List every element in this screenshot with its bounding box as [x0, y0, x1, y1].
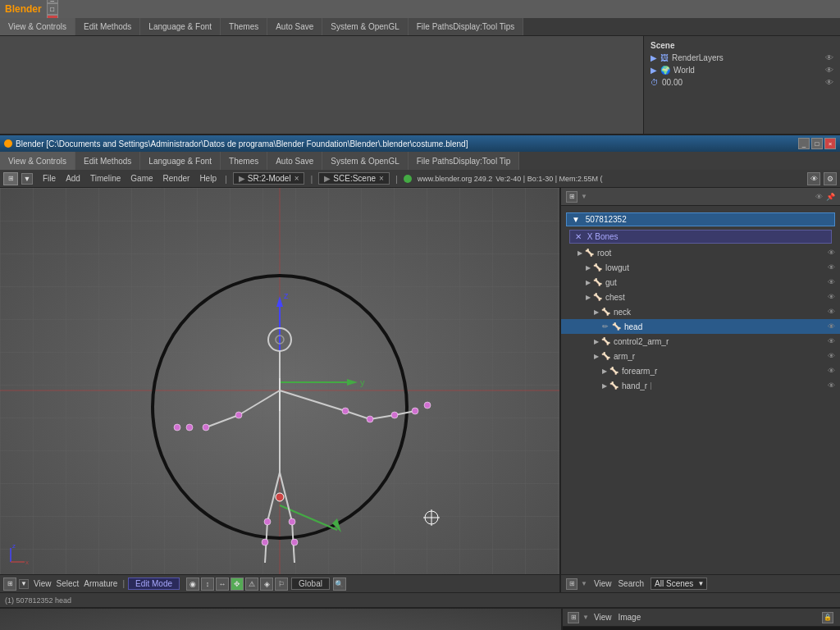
file-menu[interactable]: File [38, 172, 61, 185]
tab-view-controls-main[interactable]: View & Controls [0, 152, 75, 170]
eye-hand-r[interactable]: 👁 [828, 381, 835, 390]
eye-arm-r[interactable]: 👁 [828, 352, 835, 360]
view-label[interactable]: View [34, 579, 52, 588]
tool-icon-6[interactable]: ◈ [260, 578, 273, 591]
bone-root[interactable]: ▶🦴 root 👁 [561, 245, 840, 260]
lower-view-btn[interactable]: View [594, 613, 612, 622]
maximize-btn-main[interactable]: □ [811, 138, 823, 149]
outliner-bottom-arrow[interactable]: ▼ [581, 580, 587, 587]
outliner-mode-arrow[interactable]: ▼ [581, 193, 587, 200]
cursor-icon[interactable]: ✥ [231, 578, 244, 591]
svg-point-31 [367, 416, 373, 422]
lower-viewport[interactable]: ⊞ ▼ Panels | ◀ 1 ▶ [0, 609, 561, 630]
arrow-icon[interactable]: ▼ [21, 173, 33, 185]
bone-hand-r[interactable]: ▶🦴 hand_r | 👁 [561, 378, 840, 393]
lower-outliner-arrow[interactable]: ▼ [582, 614, 589, 621]
bone-forearm-r[interactable]: ▶🦴 forearm_r 👁 [561, 363, 840, 378]
time-item[interactable]: ⏱ 00.00 👁 [647, 76, 837, 89]
bone-head[interactable]: ✏🦴 head 👁 [561, 319, 840, 334]
eye-neck[interactable]: 👁 [828, 308, 835, 316]
tab-autosave-top[interactable]: Auto Save [267, 18, 322, 35]
bone-gut[interactable]: ▶🦴 gut 👁 [561, 275, 840, 290]
svg-point-39 [291, 539, 298, 546]
eye-lowgut[interactable]: 👁 [828, 263, 835, 272]
lock-icon[interactable]: 🔒 [822, 612, 833, 623]
scene2-close[interactable]: × [379, 174, 384, 183]
svg-marker-2 [276, 296, 283, 307]
view-btn[interactable]: View [594, 579, 612, 588]
tab-language-font-main[interactable]: Language & Font [140, 152, 221, 170]
outliner-eye-icon[interactable]: 👁 [815, 193, 823, 201]
eye-control2[interactable]: 👁 [828, 337, 835, 345]
select-label[interactable]: Select [57, 579, 80, 588]
tab-system-main[interactable]: System & OpenGL [322, 152, 408, 170]
close-btn-main[interactable]: × [824, 138, 836, 149]
tab-system-opengl-top[interactable]: System & OpenGL [322, 18, 408, 35]
global-select[interactable]: Global [291, 578, 330, 590]
maximize-btn-top[interactable]: □ [47, 3, 58, 15]
outliner-bones-box[interactable]: ✕ X Bones [569, 230, 832, 244]
nav-icon[interactable]: 👁 [807, 172, 820, 185]
add-menu[interactable]: Add [61, 172, 85, 185]
render-layers-item[interactable]: ▶ 🖼 RenderLayers 👁 [647, 52, 837, 64]
mode-arrow[interactable]: ▼ [19, 579, 29, 589]
tab-view-controls-top[interactable]: View & Controls [0, 18, 75, 35]
svg-point-38 [289, 518, 295, 525]
timeline-menu[interactable]: Timeline [85, 172, 126, 185]
bone-control2-arm-r[interactable]: ▶🦴 control2_arm_r 👁 [561, 334, 840, 349]
tab-filepaths-main[interactable]: File PathsDisplay:Tool Tip [409, 152, 520, 170]
outliner-top-id[interactable]: ▼ 507812352 [566, 212, 835, 226]
tool-icon-5[interactable]: ⚠ [245, 578, 258, 591]
view-mode-icon[interactable]: ⊞ [3, 172, 18, 185]
main-window-title: Blender [C:\Documents and Settings\Admin… [16, 139, 468, 148]
snap-icon[interactable]: 🔍 [333, 578, 346, 591]
eye-head[interactable]: 👁 [828, 322, 835, 331]
bone-lowgut[interactable]: ▶🦴 lowgut 👁 [561, 260, 840, 275]
eye-gut[interactable]: 👁 [828, 278, 835, 286]
outliner-pin-icon[interactable]: 📌 [826, 193, 835, 201]
tab-filepaths-top[interactable]: File PathsDisplay:Tool Tips [409, 18, 524, 35]
world-item[interactable]: ▶ 🌍 World 👁 [647, 64, 837, 76]
search-btn[interactable]: Search [618, 579, 644, 588]
bone-neck[interactable]: ▶🦴 neck 👁 [561, 304, 840, 319]
eye-root[interactable]: 👁 [828, 249, 835, 257]
armature-label[interactable]: Armature [84, 579, 117, 588]
eye-forearm-r[interactable]: 👁 [828, 367, 835, 375]
bone-arm-r[interactable]: ▶🦴 arm_r 👁 [561, 349, 840, 363]
bone-chest[interactable]: ▶🦴 chest 👁 [561, 290, 840, 304]
outliner-icon[interactable]: ⊞ [566, 191, 578, 203]
render-menu[interactable]: Render [158, 172, 195, 185]
viewport-icon[interactable]: ⊞ [3, 578, 16, 591]
tab-themes-main[interactable]: Themes [221, 152, 267, 170]
svg-text:y: y [360, 377, 365, 387]
tool-icon-7[interactable]: ⚐ [275, 578, 288, 591]
scene-select[interactable]: All Scenes ▼ [651, 578, 707, 590]
tab-edit-methods-main[interactable]: Edit Methods [75, 152, 140, 170]
scene1-box[interactable]: ▶ SR:2-Model × [233, 172, 305, 185]
tool-icon-3[interactable]: ↔ [216, 578, 229, 591]
settings-icon[interactable]: ⚙ [824, 172, 837, 185]
main-window: Blender [C:\Documents and Settings\Admin… [0, 135, 840, 630]
3d-viewport[interactable]: z y [0, 188, 561, 592]
eye-chest[interactable]: 👁 [828, 293, 835, 301]
tool-icon-2[interactable]: ↕ [201, 578, 214, 591]
lower-outliner-icon[interactable]: ⊞ [568, 612, 579, 623]
lower-image-btn[interactable]: Image [618, 613, 641, 622]
game-menu[interactable]: Game [126, 172, 158, 185]
outliner-bottom-icon[interactable]: ⊞ [566, 578, 578, 590]
outliner-id-label: 507812352 [586, 215, 627, 224]
scene2-box[interactable]: ▶ SCE:Scene × [318, 172, 390, 185]
tab-language-font-top[interactable]: Language & Font [140, 18, 221, 35]
tool-icon-1[interactable]: ◉ [186, 578, 199, 591]
scene1-close[interactable]: × [294, 174, 299, 183]
viewport-toolbar: ⊞ ▼ View Select Armature | Edit Mode ◉ ↕… [0, 574, 559, 592]
tab-autosave-main[interactable]: Auto Save [267, 152, 322, 170]
tab-themes-top[interactable]: Themes [221, 18, 267, 35]
minimize-btn-main[interactable]: _ [798, 138, 810, 149]
lower-viewport-bg [0, 609, 561, 630]
edit-mode-select[interactable]: Edit Mode [128, 578, 180, 590]
online-dot [404, 175, 412, 183]
help-menu[interactable]: Help [194, 172, 221, 185]
svg-text:x: x [25, 559, 29, 566]
tab-edit-methods-top[interactable]: Edit Methods [75, 18, 140, 35]
